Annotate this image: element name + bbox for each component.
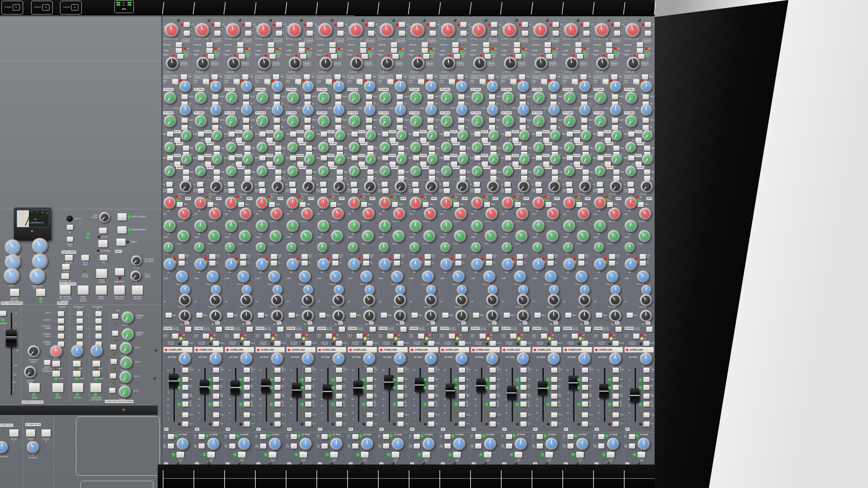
hpf-path-flip-button[interactable]: [321, 188, 327, 193]
foldback-b-level-knob[interactable]: [90, 344, 103, 357]
sf-to-mix-button[interactable]: [582, 402, 588, 407]
hmf-freq-knob[interactable]: [608, 230, 620, 242]
fader-slot[interactable]: [420, 368, 421, 422]
aux2-pre-button[interactable]: [183, 146, 189, 151]
solo-button[interactable]: [551, 412, 557, 418]
aux1-pre-button[interactable]: [198, 132, 204, 137]
aux2-knob[interactable]: [164, 142, 175, 153]
cut-button[interactable]: [336, 421, 342, 427]
lf-pan-knob[interactable]: [638, 438, 650, 450]
hmf-q-knob[interactable]: [348, 242, 358, 252]
cut-button[interactable]: [551, 421, 557, 427]
hf-freq-knob[interactable]: [301, 207, 313, 220]
hpf-path-flip-button[interactable]: [198, 188, 204, 193]
buses-path-flip-button[interactable]: [357, 334, 363, 339]
lf-pan-knob[interactable]: [515, 438, 527, 450]
aux1-knob[interactable]: [427, 130, 438, 141]
solo-clear-button[interactable]: [96, 269, 107, 278]
hpf-in-button[interactable]: [535, 182, 541, 187]
ins-in-button[interactable]: [367, 385, 373, 390]
aux2-pre-button[interactable]: [644, 146, 650, 151]
hmf-freq-knob[interactable]: [577, 230, 589, 242]
solo-button[interactable]: [182, 412, 188, 418]
line-button[interactable]: [268, 48, 274, 53]
eq-path-flip-button[interactable]: [363, 254, 369, 259]
line-button[interactable]: [483, 48, 489, 53]
hf-freq-knob[interactable]: [332, 207, 344, 220]
eq-path-flip-button[interactable]: [209, 254, 216, 259]
lfp-ins-pre-button[interactable]: [322, 444, 328, 449]
drive-button[interactable]: [545, 42, 551, 47]
hpf-in-button[interactable]: [166, 182, 173, 187]
cue-b-sf-button[interactable]: [427, 125, 434, 130]
listen-level-knob[interactable]: [24, 366, 36, 378]
lf-pan-knob[interactable]: [607, 438, 619, 450]
hf-gain-knob[interactable]: [625, 197, 637, 209]
master-fader-cap[interactable]: [6, 330, 17, 347]
sf-to-mix-button[interactable]: [244, 402, 250, 407]
aux2-pre-button[interactable]: [367, 146, 374, 151]
eq-in-button[interactable]: [363, 261, 369, 266]
phase-button[interactable]: [368, 31, 374, 36]
hpf-path-flip-button[interactable]: [475, 188, 481, 193]
lf-pan-knob[interactable]: [361, 438, 373, 450]
aux3-knob[interactable]: [580, 154, 591, 164]
lfp-ins-pre-button[interactable]: [414, 444, 420, 449]
fader-cap[interactable]: [169, 374, 178, 388]
mix-meter-follow-button[interactable]: [60, 286, 71, 295]
sf-pan-knob[interactable]: [486, 352, 498, 365]
lmf-freq-knob[interactable]: [329, 270, 342, 283]
cue-a-level-knob[interactable]: [379, 91, 391, 104]
aux2-knob[interactable]: [595, 142, 605, 153]
path-flip-button[interactable]: [300, 54, 306, 59]
phantom-button[interactable]: [583, 22, 590, 27]
lmf-q-knob[interactable]: [580, 285, 590, 295]
lf-to-mix-button[interactable]: [269, 452, 276, 458]
sf-from-lf-button[interactable]: [490, 368, 496, 373]
lf-pan-knob[interactable]: [269, 438, 281, 450]
eq-path-flip-button[interactable]: [302, 254, 308, 259]
comms-btn-jack-fbb[interactable]: [95, 318, 102, 324]
eq-path-flip-button[interactable]: [179, 254, 185, 259]
hmf-freq-knob[interactable]: [454, 230, 466, 242]
aux4-knob[interactable]: [533, 166, 544, 176]
aux4-knob[interactable]: [441, 166, 452, 176]
aux1-afl-button[interactable]: [110, 344, 116, 350]
hmf-gain-knob[interactable]: [286, 220, 299, 232]
comp-ratio-knob[interactable]: [4, 268, 20, 284]
ins-in-button[interactable]: [275, 385, 281, 390]
aux1-pre-button[interactable]: [259, 132, 265, 137]
aux2-knob[interactable]: [533, 142, 544, 153]
line-button[interactable]: [299, 48, 305, 53]
phase-button[interactable]: [460, 31, 467, 36]
aux2-pre-button[interactable]: [490, 146, 497, 151]
cue-b-pan-knob[interactable]: [241, 104, 252, 116]
cue-a-post-button[interactable]: [458, 94, 464, 99]
hmf-q-knob[interactable]: [625, 242, 635, 252]
direct-out-pre-button[interactable]: [427, 74, 433, 80]
ins-pre-button[interactable]: [520, 394, 527, 399]
comp-release-knob[interactable]: [32, 253, 48, 269]
ins-pre-button[interactable]: [244, 394, 250, 399]
solo-level-knob[interactable]: [130, 270, 141, 281]
aux4-pre-button[interactable]: [644, 170, 650, 175]
aux4-pre-button[interactable]: [306, 170, 312, 175]
fader-cap[interactable]: [446, 384, 455, 398]
aux2-pre-button[interactable]: [337, 146, 343, 151]
lf-to-mix-button[interactable]: [392, 452, 399, 458]
cue-a-pan-knob[interactable]: [548, 81, 560, 92]
hmf-q-knob[interactable]: [317, 242, 327, 252]
lf-gain-knob[interactable]: [578, 310, 591, 322]
follow-path-pan-button[interactable]: [247, 327, 253, 332]
aux2-knob[interactable]: [625, 142, 636, 153]
aux3-pre-button[interactable]: [229, 155, 235, 160]
studio-level-knob[interactable]: [50, 345, 62, 358]
aux3-knob[interactable]: [550, 154, 561, 164]
lf-gain-knob[interactable]: [394, 310, 406, 322]
comms-btn-ctrl-fba[interactable]: [77, 326, 83, 331]
sf-to-mix-button[interactable]: [613, 402, 619, 407]
cue-b-pan-knob[interactable]: [364, 104, 375, 116]
sf-from-lf-button[interactable]: [213, 368, 219, 373]
cue-a-level-knob[interactable]: [563, 91, 576, 104]
lmf-freq-knob[interactable]: [637, 270, 649, 283]
